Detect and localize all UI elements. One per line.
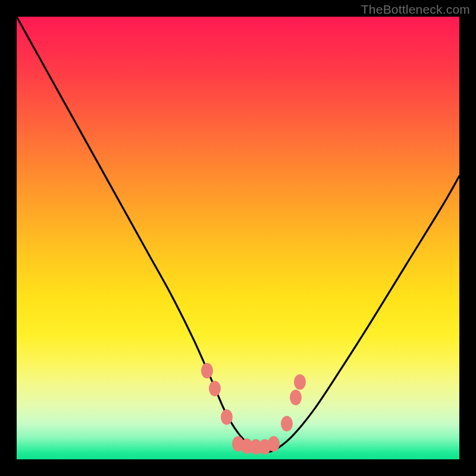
curve-marker [221,409,233,425]
curve-markers [17,17,459,459]
outer-frame: TheBottleneck.com [0,0,476,476]
curve-marker [268,436,280,452]
curve-marker [290,390,302,405]
watermark-text: TheBottleneck.com [361,2,470,17]
curve-marker [281,416,293,431]
curve-marker [209,381,221,396]
plot-area [17,17,459,459]
curve-marker [201,363,213,378]
curve-marker [294,374,306,390]
